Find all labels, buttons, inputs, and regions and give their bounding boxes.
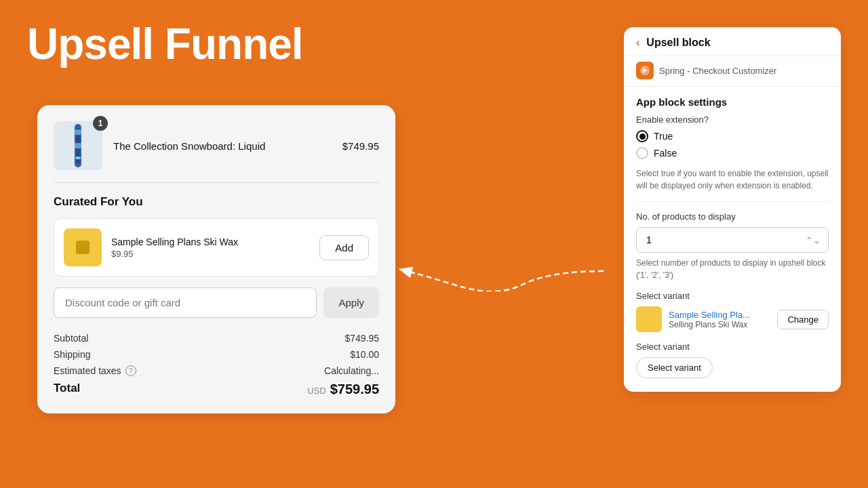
panel-header: ‹ Upsell block: [624, 27, 841, 56]
variant-row: Sample Selling Pla... Selling Plans Ski …: [636, 306, 829, 332]
upsell-info: Sample Selling Plans Ski Wax $9.95: [111, 237, 310, 259]
radio-true-inner: [639, 134, 646, 140]
shipping-row: Shipping $10.00: [54, 349, 379, 360]
subtotal-label: Subtotal: [54, 333, 88, 344]
taxes-value: Calculating...: [324, 365, 379, 376]
subtotal-row: Subtotal $749.95: [54, 333, 379, 344]
enable-label: Enable extension?: [636, 115, 829, 125]
variant-thumb: [636, 306, 662, 332]
back-icon[interactable]: ‹: [636, 37, 639, 49]
divider-1: [636, 201, 829, 202]
checkout-card: 1 The Collection Snowboard: Liquid $749.…: [37, 105, 395, 413]
taxes-label-wrap: Estimated taxes ?: [54, 365, 136, 376]
panel-body: App block settings Enable extension? Tru…: [624, 87, 841, 378]
settings-panel: ‹ Upsell block Spring - Checkout Customi…: [624, 27, 841, 392]
app-icon: [636, 62, 654, 79]
upsell-name: Sample Selling Plans Ski Wax: [111, 237, 310, 247]
product-row: 1 The Collection Snowboard: Liquid $749.…: [54, 121, 379, 183]
app-block-settings-title: App block settings: [636, 96, 829, 108]
select-variant-label-2: Select variant: [636, 342, 829, 352]
panel-title: Upsell block: [646, 37, 710, 49]
info-icon: ?: [125, 365, 136, 376]
radio-true[interactable]: True: [636, 130, 829, 142]
dashed-arrow: [393, 251, 604, 291]
select-variant-label-1: Select variant: [636, 291, 829, 301]
taxes-label: Estimated taxes: [54, 365, 121, 376]
subtotal-value: $749.95: [344, 333, 379, 344]
curated-title: Curated For You: [54, 195, 379, 209]
shipping-value: $10.00: [350, 349, 379, 360]
products-helper: Select number of products to display in …: [636, 257, 829, 281]
panel-subtitle: Spring - Checkout Customizer: [659, 66, 776, 76]
variant-sub: Selling Plans Ski Wax: [669, 320, 770, 329]
taxes-row: Estimated taxes ? Calculating...: [54, 365, 379, 376]
total-label: Total: [54, 382, 80, 397]
total-price-wrap: USD $759.95: [307, 382, 379, 397]
upsell-image: [64, 228, 102, 266]
upsell-row: Sample Selling Plans Ski Wax $9.95 Add: [54, 218, 379, 277]
product-price: $749.95: [342, 140, 379, 152]
no-products-select[interactable]: 1 2 3: [636, 227, 829, 253]
page-title: Upsell Funnel: [27, 19, 303, 69]
radio-false[interactable]: False: [636, 147, 829, 159]
radio-false-label: False: [654, 148, 677, 159]
select-variant-button[interactable]: Select variant: [636, 357, 713, 378]
variant-name: Sample Selling Pla...: [669, 310, 770, 320]
no-products-label: No. of products to display: [636, 211, 829, 222]
apply-button[interactable]: Apply: [323, 287, 379, 318]
svg-rect-3: [75, 143, 81, 148]
total-row: Total USD $759.95: [54, 382, 379, 397]
discount-input[interactable]: [54, 287, 317, 318]
no-products-select-wrap: 1 2 3 ⌃⌄: [636, 227, 829, 253]
total-amount: $759.95: [330, 382, 379, 397]
svg-rect-5: [76, 241, 90, 254]
radio-true-outer: [636, 130, 648, 142]
quantity-badge: 1: [93, 116, 108, 131]
radio-true-label: True: [654, 131, 673, 142]
variant-info: Sample Selling Pla... Selling Plans Ski …: [669, 310, 770, 329]
change-button[interactable]: Change: [777, 310, 829, 329]
enable-radio-group: True False: [636, 130, 829, 159]
svg-rect-4: [75, 157, 81, 159]
discount-row: Apply: [54, 287, 379, 318]
upsell-price: $9.95: [111, 249, 310, 259]
panel-subtitle-row: Spring - Checkout Customizer: [624, 56, 841, 87]
enable-helper: Select true if you want to enable the ex…: [636, 167, 829, 192]
total-currency: USD: [307, 386, 326, 396]
add-button[interactable]: Add: [319, 235, 369, 260]
radio-false-outer: [636, 147, 648, 159]
shipping-label: Shipping: [54, 349, 91, 360]
svg-rect-2: [75, 129, 81, 135]
product-name: The Collection Snowboard: Liquid: [113, 140, 332, 152]
product-image-wrap: 1: [54, 121, 102, 170]
